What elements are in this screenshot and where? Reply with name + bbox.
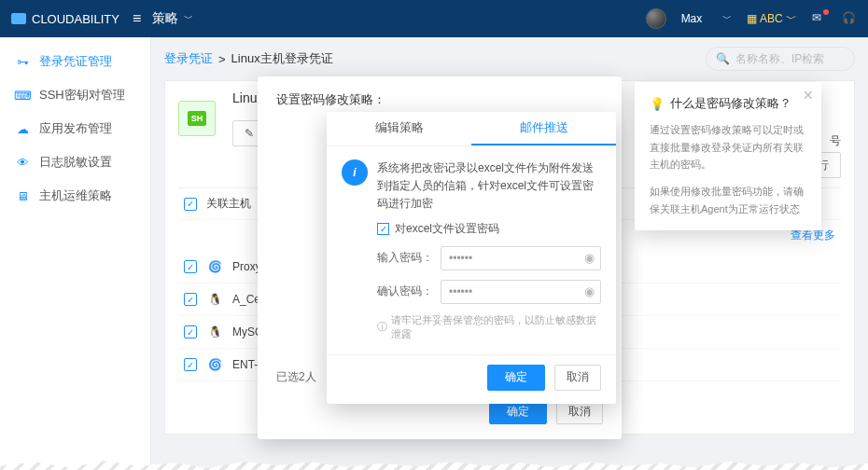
tooltip-p2: 如果使用修改批量密码功能，请确保关联主机Agent为正常运行状态 — [650, 183, 806, 217]
tooltip-p1: 通过设置密码修改策略可以定时或直接批量修改登录凭证内所有关联主机的密码。 — [650, 121, 806, 173]
cancel-button[interactable]: 取消 — [554, 365, 601, 391]
password-hint: ⓘ请牢记并妥善保管您的密码，以防止敏感数据泄露 — [377, 313, 601, 341]
modal-overlay: 设置密码修改策略： 已选2人 对改密记录进行加密：未设置 确定 取消 编辑策略 … — [0, 0, 868, 470]
eye-icon[interactable]: ◉ — [584, 284, 595, 298]
tab-mail-push[interactable]: 邮件推送 — [471, 112, 616, 145]
checkbox-icon: ✓ — [377, 223, 389, 235]
info-small-icon: ⓘ — [377, 320, 387, 334]
confirm-password-field[interactable]: ••••••◉ — [441, 280, 601, 304]
tab-edit-policy[interactable]: 编辑策略 — [327, 112, 471, 145]
close-icon[interactable]: ✕ — [803, 88, 814, 103]
modal-title: 设置密码修改策略： — [276, 91, 603, 108]
password-field[interactable]: ••••••◉ — [441, 246, 601, 270]
help-tooltip: ✕ 💡什么是密码修改策略？ 通过设置密码修改策略可以定时或直接批量修改登录凭证内… — [635, 82, 821, 230]
confirm-button[interactable]: 确定 — [487, 365, 545, 391]
eye-icon[interactable]: ◉ — [584, 251, 595, 265]
info-icon: i — [342, 159, 368, 186]
selected-count: 已选2人 — [276, 369, 316, 385]
info-text: 系统将把改密记录以excel文件作为附件发送到指定人员的信箱，针对excel文件… — [377, 159, 601, 214]
pw2-label: 确认密码： — [377, 283, 433, 299]
pw-label: 输入密码： — [377, 250, 433, 266]
mail-push-modal: 编辑策略 邮件推送 i 系统将把改密记录以excel文件作为附件发送到指定人员的… — [327, 112, 616, 404]
tooltip-title: 什么是密码修改策略？ — [670, 95, 791, 112]
encrypt-excel-checkbox[interactable]: ✓ 对excel文件设置密码 — [377, 221, 601, 237]
lightbulb-icon: 💡 — [650, 97, 665, 111]
